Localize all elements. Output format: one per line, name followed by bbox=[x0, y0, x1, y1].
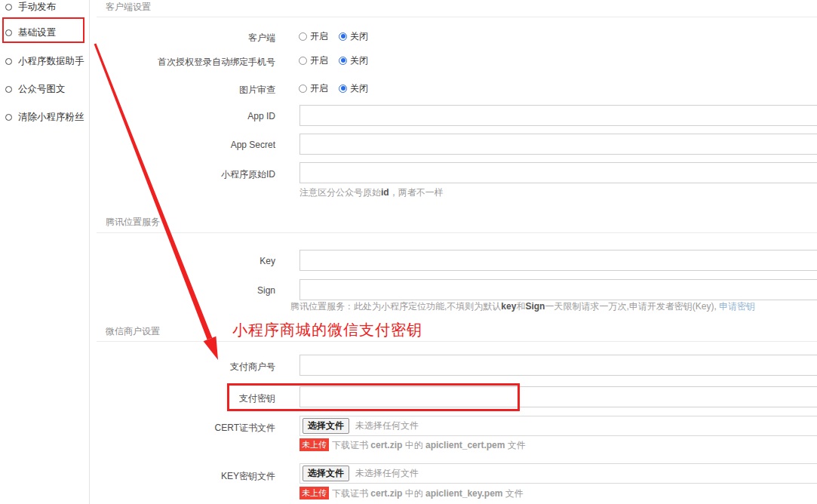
sidebar-item-label: 公众号图文 bbox=[18, 83, 66, 96]
radio-off-label[interactable]: 关闭 bbox=[350, 54, 368, 67]
payment-key-label: 支付密钥 bbox=[106, 392, 275, 405]
image-review-radio-group: 开启 关闭 bbox=[299, 83, 368, 94]
sidebar-item-label: 手动发布 bbox=[18, 1, 56, 14]
radio-circle-icon bbox=[5, 4, 12, 11]
app-secret-field[interactable] bbox=[299, 134, 817, 155]
radio-off-selected[interactable] bbox=[339, 32, 347, 41]
sidebar-divider bbox=[89, 0, 90, 504]
merchant-id-label: 支付商户号 bbox=[106, 361, 275, 373]
hint-bold: cert.zip bbox=[370, 440, 402, 450]
radio-on-unselected[interactable] bbox=[299, 85, 307, 93]
key-file-label: KEY密钥文件 bbox=[106, 470, 275, 483]
radio-off-label[interactable]: 关闭 bbox=[350, 82, 368, 95]
hint-text: 文件 bbox=[503, 488, 524, 499]
hint-text: 腾讯位置服务：此处为小程序定位功能,不填则为默认 bbox=[290, 301, 501, 312]
choose-file-button[interactable]: 选择文件 bbox=[303, 418, 349, 434]
origin-id-label: 小程序原始ID bbox=[106, 168, 275, 181]
merchant-section-title: 微信商户设置 bbox=[106, 325, 160, 338]
hint-bold: cert.zip bbox=[370, 488, 402, 499]
key-field[interactable] bbox=[299, 250, 817, 271]
hint-text: 一天限制请求一万次,申请开发者密钥(Key), bbox=[545, 301, 719, 312]
radio-on-unselected[interactable] bbox=[299, 32, 307, 41]
image-review-label: 图片审查 bbox=[106, 84, 275, 97]
hint-bold: apiclient_cert.pem bbox=[425, 440, 505, 450]
hint-text: 中的 bbox=[402, 440, 425, 450]
payment-key-annotation: 小程序商城的微信支付密钥 bbox=[232, 320, 422, 340]
key-label: Key bbox=[106, 256, 275, 266]
radio-off-label[interactable]: 关闭 bbox=[350, 30, 368, 43]
hint-bold: Sign bbox=[525, 301, 545, 312]
choose-file-button[interactable]: 选择文件 bbox=[303, 466, 349, 481]
cert-file-hint: 下载证书 cert.zip 中的 apiclient_cert.pem 文件 bbox=[332, 439, 526, 452]
cert-file-input[interactable]: 选择文件 未选择任何文件 bbox=[299, 416, 817, 436]
sidebar-item-label: 清除小程序粉丝 bbox=[18, 111, 84, 124]
section-divider bbox=[97, 17, 817, 17]
no-file-selected-text: 未选择任何文件 bbox=[355, 419, 419, 432]
sign-field[interactable] bbox=[299, 279, 817, 300]
origin-id-hint: 注意区分公众号原始id，两者不一样 bbox=[299, 186, 444, 199]
radio-circle-icon bbox=[5, 58, 12, 65]
client-toggle-label: 客户端 bbox=[106, 32, 275, 45]
not-uploaded-badge: 未上传 bbox=[299, 487, 329, 499]
sidebar-item-label: 基础设置 bbox=[18, 26, 56, 39]
payment-key-field[interactable] bbox=[299, 386, 817, 407]
sidebar-item-label: 小程序数据助手 bbox=[18, 55, 84, 68]
not-uploaded-badge: 未上传 bbox=[299, 438, 329, 451]
radio-off-selected[interactable] bbox=[339, 85, 347, 93]
hint-text: 中的 bbox=[402, 488, 425, 499]
hint-bold: key bbox=[501, 301, 516, 312]
merchant-id-field[interactable] bbox=[299, 355, 817, 376]
hint-text: 下载证书 bbox=[332, 440, 370, 450]
section-divider bbox=[97, 232, 817, 233]
cert-file-label: CERT证书文件 bbox=[106, 422, 275, 435]
location-section-title: 腾讯位置服务 bbox=[106, 216, 160, 229]
auto-bind-phone-radio-group: 开启 关闭 bbox=[299, 55, 368, 66]
hint-text: 文件 bbox=[505, 440, 525, 450]
sidebar-item-clear-miniprogram-fans[interactable]: 清除小程序粉丝 bbox=[0, 111, 84, 123]
settings-page: 手动发布 基础设置 小程序数据助手 公众号图文 清除小程序粉丝 客户端设置 客户… bbox=[0, 0, 817, 504]
client-section-title: 客户端设置 bbox=[106, 1, 151, 14]
sidebar-item-basic-settings[interactable]: 基础设置 bbox=[0, 26, 56, 38]
radio-off-selected[interactable] bbox=[339, 57, 347, 65]
hint-text: 下载证书 bbox=[332, 488, 370, 499]
apply-key-link[interactable]: 申请密钥 bbox=[719, 301, 755, 312]
radio-on-label[interactable]: 开启 bbox=[310, 30, 328, 43]
key-file-hint: 下载证书 cert.zip 中的 apiclient_key.pem 文件 bbox=[332, 487, 524, 500]
app-id-label: App ID bbox=[106, 111, 275, 121]
auto-bind-phone-label: 首次授权登录自动绑定手机号 bbox=[106, 56, 275, 69]
radio-on-label[interactable]: 开启 bbox=[310, 82, 328, 95]
hint-text: 注意区分公众号原始 bbox=[299, 187, 381, 198]
sign-hint: 腾讯位置服务：此处为小程序定位功能,不填则为默认key和Sign一天限制请求一万… bbox=[290, 300, 755, 313]
sidebar-item-miniprogram-data-assistant[interactable]: 小程序数据助手 bbox=[0, 55, 84, 67]
sidebar-item-official-account-articles[interactable]: 公众号图文 bbox=[0, 83, 66, 95]
key-file-input[interactable]: 选择文件 未选择任何文件 bbox=[299, 463, 817, 484]
no-file-selected-text: 未选择任何文件 bbox=[355, 467, 419, 480]
origin-id-field[interactable] bbox=[299, 162, 817, 183]
radio-circle-icon bbox=[5, 29, 12, 36]
app-secret-label: App Secret bbox=[106, 140, 275, 150]
hint-bold: apiclient_key.pem bbox=[425, 488, 503, 499]
sidebar-item-manual-publish[interactable]: 手动发布 bbox=[0, 1, 56, 13]
hint-text: ，两者不一样 bbox=[389, 187, 444, 198]
client-toggle-radio-group: 开启 关闭 bbox=[299, 31, 368, 41]
radio-on-label[interactable]: 开启 bbox=[310, 54, 328, 67]
radio-on-unselected[interactable] bbox=[299, 57, 307, 65]
radio-circle-icon bbox=[5, 86, 12, 93]
app-id-field[interactable] bbox=[299, 105, 817, 126]
hint-text: 和 bbox=[516, 301, 525, 312]
section-divider bbox=[97, 341, 817, 342]
hint-bold: id bbox=[381, 187, 389, 198]
radio-circle-icon bbox=[5, 114, 12, 121]
sign-label: Sign bbox=[106, 285, 275, 296]
